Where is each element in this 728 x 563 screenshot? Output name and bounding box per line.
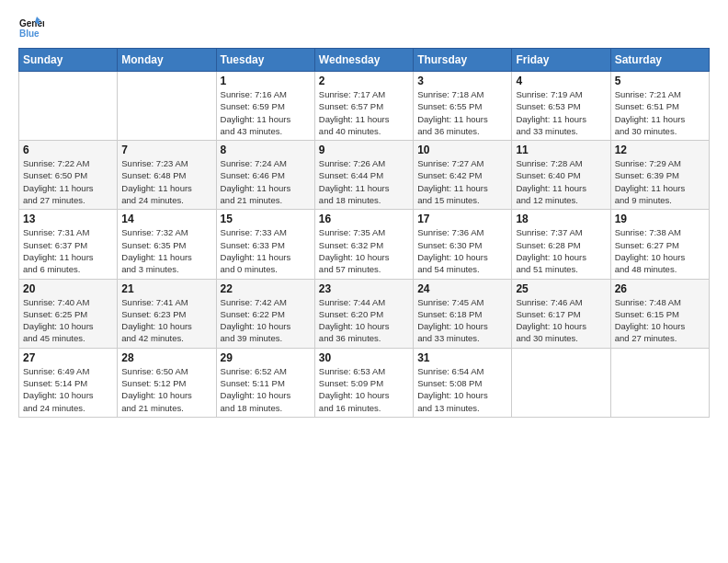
weekday-row: SundayMondayTuesdayWednesdayThursdayFrid…	[19, 49, 710, 72]
calendar-cell: 25Sunrise: 7:46 AM Sunset: 6:17 PM Dayli…	[512, 279, 610, 348]
calendar-table: SundayMondayTuesdayWednesdayThursdayFrid…	[18, 48, 710, 418]
day-number: 11	[516, 144, 606, 156]
day-info: Sunrise: 7:18 AM Sunset: 6:55 PM Dayligh…	[417, 88, 507, 137]
calendar-cell: 9Sunrise: 7:26 AM Sunset: 6:44 PM Daylig…	[314, 141, 413, 210]
day-number: 29	[221, 351, 311, 364]
day-info: Sunrise: 7:45 AM Sunset: 6:18 PM Dayligh…	[417, 296, 507, 345]
day-number: 5	[615, 75, 705, 87]
day-number: 9	[319, 144, 409, 156]
calendar-cell: 19Sunrise: 7:38 AM Sunset: 6:27 PM Dayli…	[610, 210, 709, 279]
calendar-cell: 3Sunrise: 7:18 AM Sunset: 6:55 PM Daylig…	[414, 72, 512, 141]
weekday-header: Saturday	[610, 49, 709, 72]
calendar-cell: 10Sunrise: 7:27 AM Sunset: 6:42 PM Dayli…	[414, 141, 512, 210]
day-info: Sunrise: 7:36 AM Sunset: 6:30 PM Dayligh…	[417, 226, 507, 275]
day-number: 21	[121, 282, 211, 295]
day-info: Sunrise: 7:29 AM Sunset: 6:39 PM Dayligh…	[615, 157, 705, 206]
day-info: Sunrise: 7:41 AM Sunset: 6:23 PM Dayligh…	[121, 296, 211, 345]
logo: General Blue	[18, 15, 48, 40]
calendar-cell: 18Sunrise: 7:37 AM Sunset: 6:28 PM Dayli…	[512, 210, 610, 279]
day-number: 22	[221, 282, 311, 295]
calendar-cell	[118, 72, 216, 141]
day-info: Sunrise: 7:22 AM Sunset: 6:50 PM Dayligh…	[23, 157, 113, 206]
day-info: Sunrise: 7:40 AM Sunset: 6:25 PM Dayligh…	[23, 296, 113, 345]
day-info: Sunrise: 6:54 AM Sunset: 5:08 PM Dayligh…	[417, 365, 507, 414]
day-number: 19	[615, 213, 705, 225]
day-info: Sunrise: 7:21 AM Sunset: 6:51 PM Dayligh…	[615, 88, 705, 137]
day-number: 6	[23, 144, 113, 156]
calendar-cell: 28Sunrise: 6:50 AM Sunset: 5:12 PM Dayli…	[118, 348, 216, 417]
day-number: 23	[319, 282, 409, 295]
calendar-header: SundayMondayTuesdayWednesdayThursdayFrid…	[19, 49, 710, 72]
calendar-body: 1Sunrise: 7:16 AM Sunset: 6:59 PM Daylig…	[19, 72, 710, 418]
day-number: 24	[417, 282, 507, 295]
weekday-header: Friday	[512, 49, 610, 72]
calendar-cell: 31Sunrise: 6:54 AM Sunset: 5:08 PM Dayli…	[414, 348, 512, 417]
weekday-header: Sunday	[19, 49, 118, 72]
calendar-cell: 1Sunrise: 7:16 AM Sunset: 6:59 PM Daylig…	[216, 72, 314, 141]
day-info: Sunrise: 7:33 AM Sunset: 6:33 PM Dayligh…	[221, 226, 311, 275]
page: General Blue SundayMondayTuesdayWednesda…	[0, 0, 728, 432]
day-number: 16	[319, 213, 409, 225]
day-info: Sunrise: 7:48 AM Sunset: 6:15 PM Dayligh…	[615, 296, 705, 345]
calendar-cell: 13Sunrise: 7:31 AM Sunset: 6:37 PM Dayli…	[19, 210, 118, 279]
calendar-week-row: 13Sunrise: 7:31 AM Sunset: 6:37 PM Dayli…	[19, 210, 710, 279]
calendar-cell	[19, 72, 118, 141]
day-number: 28	[121, 351, 211, 364]
calendar-cell: 7Sunrise: 7:23 AM Sunset: 6:48 PM Daylig…	[118, 141, 216, 210]
weekday-header: Monday	[118, 49, 216, 72]
day-info: Sunrise: 7:24 AM Sunset: 6:46 PM Dayligh…	[221, 157, 311, 206]
day-number: 7	[121, 144, 211, 156]
day-number: 20	[23, 282, 113, 295]
day-info: Sunrise: 7:16 AM Sunset: 6:59 PM Dayligh…	[221, 88, 311, 137]
calendar-cell	[512, 348, 610, 417]
calendar-cell: 26Sunrise: 7:48 AM Sunset: 6:15 PM Dayli…	[610, 279, 709, 348]
calendar-week-row: 6Sunrise: 7:22 AM Sunset: 6:50 PM Daylig…	[19, 141, 710, 210]
day-info: Sunrise: 7:42 AM Sunset: 6:22 PM Dayligh…	[221, 296, 311, 345]
calendar-cell	[610, 348, 709, 417]
day-info: Sunrise: 6:49 AM Sunset: 5:14 PM Dayligh…	[23, 365, 113, 414]
day-info: Sunrise: 7:31 AM Sunset: 6:37 PM Dayligh…	[23, 226, 113, 275]
day-number: 27	[23, 351, 113, 364]
calendar-cell: 2Sunrise: 7:17 AM Sunset: 6:57 PM Daylig…	[314, 72, 413, 141]
day-number: 30	[319, 351, 409, 364]
day-number: 31	[417, 351, 507, 364]
calendar-cell: 17Sunrise: 7:36 AM Sunset: 6:30 PM Dayli…	[414, 210, 512, 279]
day-info: Sunrise: 7:37 AM Sunset: 6:28 PM Dayligh…	[516, 226, 606, 275]
svg-text:General: General	[19, 18, 44, 29]
calendar-cell: 20Sunrise: 7:40 AM Sunset: 6:25 PM Dayli…	[19, 279, 118, 348]
day-info: Sunrise: 7:44 AM Sunset: 6:20 PM Dayligh…	[319, 296, 409, 345]
day-number: 12	[615, 144, 705, 156]
weekday-header: Wednesday	[314, 49, 413, 72]
day-info: Sunrise: 7:28 AM Sunset: 6:40 PM Dayligh…	[516, 157, 606, 206]
calendar-cell: 11Sunrise: 7:28 AM Sunset: 6:40 PM Dayli…	[512, 141, 610, 210]
day-number: 10	[417, 144, 507, 156]
calendar-cell: 15Sunrise: 7:33 AM Sunset: 6:33 PM Dayli…	[216, 210, 314, 279]
calendar-cell: 30Sunrise: 6:53 AM Sunset: 5:09 PM Dayli…	[314, 348, 413, 417]
calendar-week-row: 1Sunrise: 7:16 AM Sunset: 6:59 PM Daylig…	[19, 72, 710, 141]
day-number: 2	[319, 75, 409, 87]
header: General Blue	[18, 15, 710, 40]
day-info: Sunrise: 7:23 AM Sunset: 6:48 PM Dayligh…	[121, 157, 211, 206]
calendar-cell: 4Sunrise: 7:19 AM Sunset: 6:53 PM Daylig…	[512, 72, 610, 141]
day-info: Sunrise: 7:32 AM Sunset: 6:35 PM Dayligh…	[121, 226, 211, 275]
day-number: 8	[221, 144, 311, 156]
calendar-week-row: 27Sunrise: 6:49 AM Sunset: 5:14 PM Dayli…	[19, 348, 710, 417]
weekday-header: Tuesday	[216, 49, 314, 72]
logo-icon: General Blue	[18, 15, 44, 40]
calendar-week-row: 20Sunrise: 7:40 AM Sunset: 6:25 PM Dayli…	[19, 279, 710, 348]
calendar-cell: 6Sunrise: 7:22 AM Sunset: 6:50 PM Daylig…	[19, 141, 118, 210]
day-number: 25	[516, 282, 606, 295]
calendar-cell: 27Sunrise: 6:49 AM Sunset: 5:14 PM Dayli…	[19, 348, 118, 417]
day-number: 17	[417, 213, 507, 225]
calendar-cell: 23Sunrise: 7:44 AM Sunset: 6:20 PM Dayli…	[314, 279, 413, 348]
day-info: Sunrise: 6:53 AM Sunset: 5:09 PM Dayligh…	[319, 365, 409, 414]
day-info: Sunrise: 7:46 AM Sunset: 6:17 PM Dayligh…	[516, 296, 606, 345]
day-info: Sunrise: 6:52 AM Sunset: 5:11 PM Dayligh…	[221, 365, 311, 414]
svg-text:Blue: Blue	[19, 29, 40, 39]
day-info: Sunrise: 7:35 AM Sunset: 6:32 PM Dayligh…	[319, 226, 409, 275]
day-number: 15	[221, 213, 311, 225]
day-number: 1	[221, 75, 311, 87]
day-number: 3	[417, 75, 507, 87]
day-info: Sunrise: 7:19 AM Sunset: 6:53 PM Dayligh…	[516, 88, 606, 137]
calendar-cell: 8Sunrise: 7:24 AM Sunset: 6:46 PM Daylig…	[216, 141, 314, 210]
